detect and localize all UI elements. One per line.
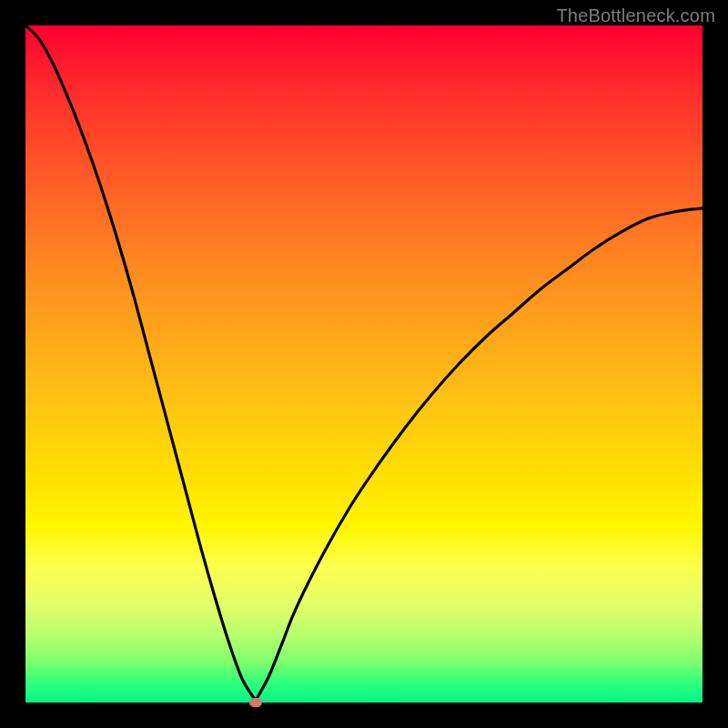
chart-plot-area bbox=[25, 25, 703, 703]
optimal-point-marker bbox=[249, 698, 262, 707]
watermark-text: TheBottleneck.com bbox=[556, 5, 715, 26]
bottleneck-curve bbox=[25, 25, 703, 703]
